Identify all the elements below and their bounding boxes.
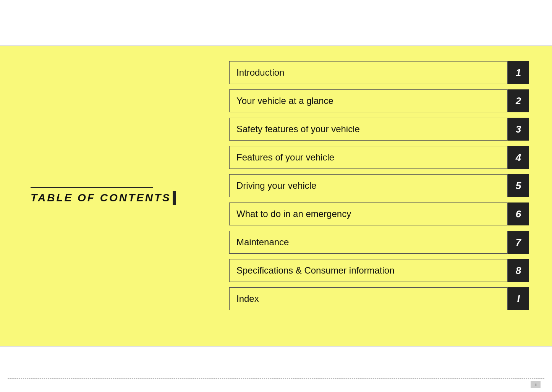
toc-item-label-specifications: Specifications & Consumer information: [229, 259, 508, 282]
toc-item-maintenance[interactable]: Maintenance7: [229, 231, 529, 254]
toc-item-features-vehicle[interactable]: Features of your vehicle4: [229, 146, 529, 169]
toc-item-number-driving-vehicle: 5: [508, 174, 529, 197]
toc-item-specifications[interactable]: Specifications & Consumer information8: [229, 259, 529, 282]
top-header-area: [0, 0, 552, 46]
page-number-area: ii: [0, 379, 552, 388]
toc-item-label-emergency: What to do in an emergency: [229, 202, 508, 225]
toc-cursor: [173, 191, 176, 205]
toc-item-label-maintenance: Maintenance: [229, 231, 508, 254]
toc-title: TABLE OF CONTENTS: [31, 191, 176, 205]
page-wrapper: TABLE OF CONTENTS Introduction1Your vehi…: [0, 0, 552, 392]
toc-item-number-introduction: 1: [508, 61, 529, 84]
left-section: TABLE OF CONTENTS: [15, 57, 229, 335]
toc-item-number-index: I: [508, 287, 529, 310]
toc-item-number-vehicle-at-glance: 2: [508, 89, 529, 112]
toc-item-label-introduction: Introduction: [229, 61, 508, 84]
toc-item-emergency[interactable]: What to do in an emergency6: [229, 202, 529, 225]
toc-item-label-safety-features: Safety features of your vehicle: [229, 118, 508, 141]
toc-title-wrapper: TABLE OF CONTENTS: [31, 187, 176, 205]
toc-item-label-vehicle-at-glance: Your vehicle at a glance: [229, 89, 508, 112]
toc-item-driving-vehicle[interactable]: Driving your vehicle5: [229, 174, 529, 197]
toc-item-number-safety-features: 3: [508, 118, 529, 141]
toc-item-number-maintenance: 7: [508, 231, 529, 254]
page-number-box: ii: [531, 381, 541, 388]
toc-item-number-features-vehicle: 4: [508, 146, 529, 169]
main-content-area: TABLE OF CONTENTS Introduction1Your vehi…: [0, 46, 552, 346]
toc-item-safety-features[interactable]: Safety features of your vehicle3: [229, 118, 529, 141]
toc-title-text: TABLE OF CONTENTS: [31, 192, 171, 204]
toc-item-vehicle-at-glance[interactable]: Your vehicle at a glance2: [229, 89, 529, 112]
toc-item-label-driving-vehicle: Driving your vehicle: [229, 174, 508, 197]
toc-item-number-specifications: 8: [508, 259, 529, 282]
toc-item-label-features-vehicle: Features of your vehicle: [229, 146, 508, 169]
toc-item-number-emergency: 6: [508, 202, 529, 225]
toc-list: Introduction1Your vehicle at a glance2Sa…: [229, 57, 537, 335]
toc-title-underline: [31, 187, 153, 188]
toc-item-introduction[interactable]: Introduction1: [229, 61, 529, 84]
toc-item-index[interactable]: IndexI: [229, 287, 529, 310]
page-number: ii: [534, 382, 537, 387]
toc-item-label-index: Index: [229, 287, 508, 310]
bottom-footer-area: ii: [0, 346, 552, 392]
